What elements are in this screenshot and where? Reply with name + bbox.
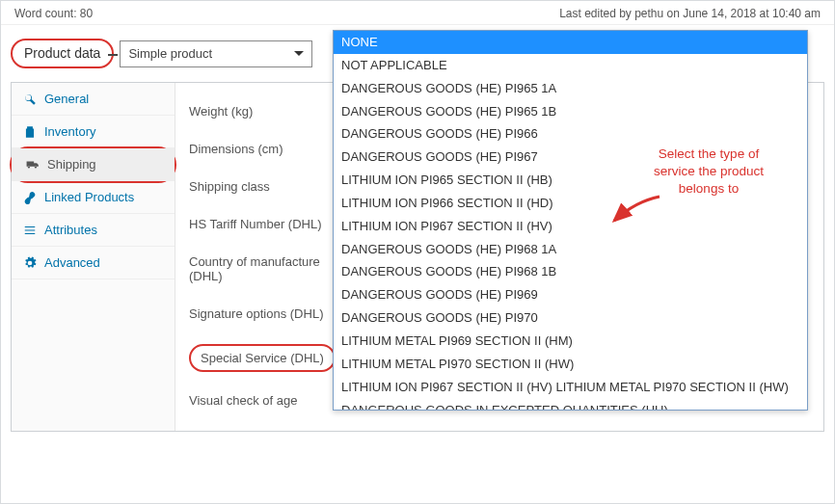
product-type-value: Simple product [128,46,212,61]
dropdown-option[interactable]: LITHIUM METAL PI970 SECTION II (HW) [334,353,807,376]
link-icon [23,191,37,204]
special-service-label: Special Service (DHL) [189,344,336,372]
sidebar-item-shipping[interactable]: Shipping [12,148,175,181]
sidebar-item-attributes[interactable]: Attributes [12,214,175,247]
truck-icon [26,158,40,172]
dropdown-option[interactable]: DANGEROUS GOODS IN EXCEPTED QUANTITIES (… [334,399,807,411]
word-count: Word count: 80 [14,7,93,20]
dropdown-option[interactable]: LITHIUM METAL PI969 SECTION II (HM) [334,330,807,353]
sidebar-item-label: General [44,92,89,106]
visual-check-label: Visual check of age [189,393,334,408]
dropdown-option[interactable]: DANGEROUS GOODS (HE) PI969 [334,283,807,306]
dropdown-option[interactable]: DANGEROUS GOODS (HE) PI968 1A [334,238,807,261]
dropdown-option[interactable]: LITHIUM ION PI967 SECTION II (HV) [334,215,807,238]
signature-options-label: Signature options (DHL) [189,306,334,321]
wrench-icon [23,93,37,106]
product-type-select[interactable]: Simple product [120,40,312,67]
dropdown-option[interactable]: DANGEROUS GOODS (HE) PI970 [334,306,807,330]
sidebar-item-label: Inventory [44,124,95,139]
weight-label: Weight (kg) [189,104,334,119]
dropdown-option[interactable]: DANGEROUS GOODS (HE) PI966 [334,122,807,146]
clipboard-icon [23,125,37,139]
country-manufacture-label: Country of manufacture (DHL) [189,254,334,283]
gear-icon [23,256,37,270]
dimensions-label: Dimensions (cm) [189,142,334,156]
product-data-label: Product data [11,39,114,68]
sidebar-item-label: Attributes [44,223,97,237]
hs-tariff-label: HS Tariff Number (DHL) [189,217,334,231]
sidebar-item-advanced[interactable]: Advanced [12,247,175,279]
list-icon [23,224,37,237]
dropdown-option[interactable]: NOT APPLICABLE [334,54,807,77]
sidebar-item-label: Shipping [47,157,96,172]
editor-topbar: Word count: 80 Last edited by pethu on J… [1,1,834,25]
sidebar-item-inventory[interactable]: Inventory [12,116,175,148]
sidebar-item-label: Linked Products [44,190,134,204]
dropdown-option[interactable]: DANGEROUS GOODS (HE) PI965 1B [334,100,807,123]
sidebar-item-label: Advanced [44,255,100,270]
dropdown-scroll[interactable]: NONENOT APPLICABLEDANGEROUS GOODS (HE) P… [334,31,807,410]
dropdown-option[interactable]: DANGEROUS GOODS (HE) PI965 1A [334,77,807,100]
annotation-callout: Select the type of service the product b… [641,146,776,199]
dropdown-option[interactable]: NONE [334,31,807,54]
shipping-class-label: Shipping class [189,179,334,194]
sidebar-item-general[interactable]: General [12,83,175,116]
last-edited: Last edited by pethu on June 14, 2018 at… [559,7,821,20]
sidebar-item-linked-products[interactable]: Linked Products [12,181,175,214]
dropdown-option[interactable]: DANGEROUS GOODS (HE) PI968 1B [334,260,807,283]
special-service-dropdown[interactable]: NONENOT APPLICABLEDANGEROUS GOODS (HE) P… [333,30,808,411]
dropdown-option[interactable]: LITHIUM ION PI967 SECTION II (HV) LITHIU… [334,376,807,399]
product-tabs-sidebar: General Inventory Shipping Linked Produc… [12,83,175,431]
